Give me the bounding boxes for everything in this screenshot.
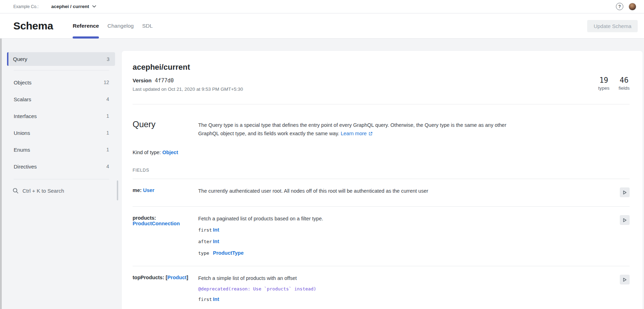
fields-section-label: FIELDS [133,168,630,173]
tab-sdl[interactable]: SDL [142,14,153,38]
sidebar-item-objects[interactable]: Objects 12 [7,74,115,91]
schema-search-trigger[interactable]: Ctrl + K to Search [7,182,115,199]
arg-name: after [198,239,213,244]
sidebar-item-label: Interfaces [14,113,37,119]
content-area: Query 3 Objects 12 Scalars 4 Interfaces … [0,39,644,309]
sidebar-item-count: 1 [106,130,109,136]
field-row-products: products: ProductConnection Fetch a pagi… [133,206,630,266]
sidebar-divider [14,70,109,70]
sidebar-item-count: 4 [106,164,109,169]
tab-changelog[interactable]: Changelog [107,14,134,38]
sidebar-item-query[interactable]: Query 3 [7,52,115,66]
chevron-down-icon [92,5,96,8]
sidebar-scrollbar[interactable] [117,180,118,200]
stat-types: 19 types [598,76,609,91]
version-value: 4f77d0 [155,77,174,84]
sidebar-divider [14,179,109,179]
page-title: Schema [13,20,53,32]
kind-label: Kind of type: [133,150,162,155]
play-icon [623,218,627,222]
sidebar-item-scalars[interactable]: Scalars 4 [7,91,115,108]
kind-value-link[interactable]: Object [162,150,178,155]
last-updated: Last updated on Oct 21, 2020 at 9:53 PM … [133,87,630,92]
arg-row: first Int [198,227,526,234]
arg-type-link[interactable]: ProductType [213,250,244,256]
topbar-right: ? [616,3,636,11]
field-description: The currently authenticated user root. A… [198,187,526,194]
schema-reference-card: acephei/current Version 4f77d0 Last upda… [122,51,643,309]
graph-header: acephei/current Version 4f77d0 Last upda… [122,51,643,104]
field-row-me: me: User The currently authenticated use… [133,179,630,206]
field-type-link[interactable]: ProductConnection [133,221,180,226]
type-description: The Query type is a special type that de… [198,121,526,138]
field-type-link[interactable]: Product [167,275,187,280]
run-field-button[interactable] [620,187,630,197]
help-icon[interactable]: ? [616,3,623,10]
deprecated-annotation: @deprecated(reason: Use `products` inste… [198,286,526,291]
type-header: Query The Query type is a special type t… [133,121,630,138]
sidebar-list: Objects 12 Scalars 4 Interfaces 1 Unions… [7,74,115,175]
sidebar-item-count: 3 [107,56,109,62]
section-divider [133,104,630,104]
run-field-button[interactable] [620,215,630,225]
arg-row: after Int [198,239,526,245]
external-link-icon [369,130,373,138]
field-row-topproducts: topProducts: [Product] Fetch a simple li… [133,266,630,309]
arg-name: first [198,227,213,233]
type-name: Query [133,119,198,129]
window-scrollbar[interactable] [0,39,2,309]
version-label: Version [133,77,152,83]
graph-title: acephei/current [133,63,630,72]
sidebar-item-unions[interactable]: Unions 1 [7,124,115,141]
kind-of-type-row: Kind of type: Object [133,150,630,155]
field-type-link[interactable]: User [143,187,154,193]
top-bar: Example Co.: acephei / current ? [0,0,644,13]
field-body: Fetch a paginated list of products based… [198,215,526,257]
sidebar-item-count: 1 [106,147,109,152]
stat-types-label: types [598,85,609,91]
sidebar-item-count: 1 [106,113,109,119]
sidebar-item-label: Objects [14,80,32,85]
run-field-button[interactable] [620,275,630,284]
arg-type-link[interactable]: Int [213,227,219,233]
sidebar-item-count: 4 [106,96,109,102]
field-args: first Int [198,296,526,303]
sidebar-item-label: Query [13,56,27,62]
sidebar-item-label: Enums [14,147,30,153]
arg-name: first [198,297,213,302]
learn-more-link[interactable]: Learn more [341,131,373,136]
page-header: Schema Reference Changelog SDL Update Sc… [0,14,644,39]
schema-sidebar: Query 3 Objects 12 Scalars 4 Interfaces … [7,52,115,199]
sidebar-item-label: Directives [14,164,37,170]
field-body: The currently authenticated user root. A… [198,187,526,197]
graph-selector-dropdown[interactable]: acephei / current [51,4,96,9]
arg-row: first Int [198,296,526,303]
field-name: me: User [133,187,198,197]
sidebar-item-directives[interactable]: Directives 4 [7,158,115,175]
sidebar-item-label: Unions [14,130,30,136]
type-documentation: Query The Query type is a special type t… [122,121,643,309]
sidebar-item-enums[interactable]: Enums 1 [7,141,115,158]
graph-selector-label: acephei / current [51,4,89,9]
update-schema-button[interactable]: Update Schema [587,20,638,32]
arg-type-link[interactable]: Int [213,296,219,302]
org-label: Example Co.: [13,4,39,9]
tab-bar: Reference Changelog SDL [73,14,153,38]
avatar[interactable] [629,3,636,11]
search-hint: Ctrl + K to Search [22,188,64,194]
schema-stats: 19 types 46 fields [598,76,630,91]
tab-reference[interactable]: Reference [73,14,99,38]
field-name: products: ProductConnection [133,215,198,257]
play-icon [623,277,627,282]
stat-types-value: 19 [598,76,609,84]
stat-fields: 46 fields [618,76,630,91]
field-description: Fetch a simple list of products with an … [198,275,526,282]
sidebar-item-interfaces[interactable]: Interfaces 1 [7,108,115,124]
field-body: Fetch a simple list of products with an … [198,275,526,303]
sidebar-item-label: Scalars [14,96,31,102]
arg-type-link[interactable]: Int [213,239,219,244]
arg-row: type ProductType [198,250,526,257]
version-row: Version 4f77d0 [133,77,630,84]
arg-name: type [198,250,213,256]
search-icon [13,188,19,194]
